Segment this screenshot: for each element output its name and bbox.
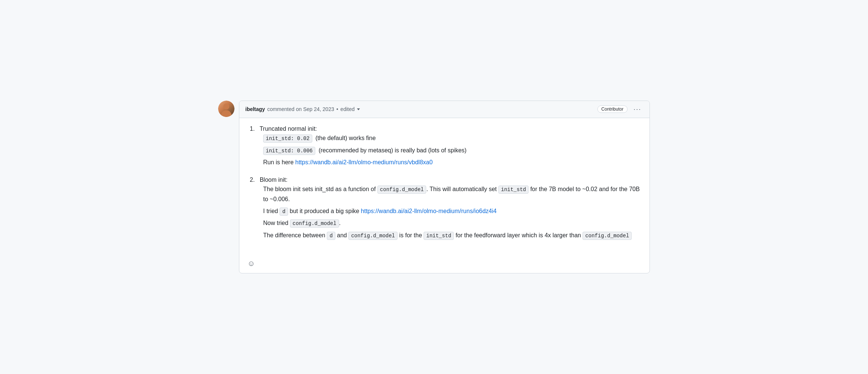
contributor-badge: Contributor xyxy=(597,105,628,113)
section-1-content: init_std: 0.02 (the default) works fine … xyxy=(250,133,642,167)
comment-meta: commented on Sep 24, 2023 xyxy=(267,106,334,112)
code-init-std-0006: init_std: 0.006 xyxy=(263,147,315,155)
section-2-content: The bloom init sets init_std as a functi… xyxy=(250,184,642,240)
line-1-1: init_std: 0.02 (the default) works fine xyxy=(263,133,642,143)
list-item: 1. Truncated normal init: init_std: 0.02… xyxy=(250,124,642,168)
more-options-button[interactable]: ··· xyxy=(631,105,644,114)
code-config-d-model-1: config.d_model xyxy=(377,186,427,194)
smiley-icon: ☺ xyxy=(248,259,255,268)
avatar xyxy=(218,101,234,117)
code-d-1: d xyxy=(280,207,288,216)
line-2-1: The bloom init sets init_std as a functi… xyxy=(263,184,642,204)
list-item: 2. Bloom init: The bloom init sets init_… xyxy=(250,175,642,241)
line-2-2: I tried d but it produced a big spike ht… xyxy=(263,206,642,216)
code-config-d-model-4: config.d_model xyxy=(583,232,632,240)
comment-author[interactable]: ibeltagy xyxy=(245,106,265,112)
comment-footer: ☺ xyxy=(239,254,650,273)
code-d-2: d xyxy=(327,232,335,240)
edited-label: edited xyxy=(341,106,355,112)
code-init-std-auto: init_std xyxy=(498,186,529,194)
sections-list: 1. Truncated normal init: init_std: 0.02… xyxy=(250,124,642,240)
avatar-image xyxy=(218,101,234,117)
comment-box: ibeltagy commented on Sep 24, 2023 • edi… xyxy=(239,101,650,273)
run-link-2[interactable]: https://wandb.ai/ai2-llm/olmo-medium/run… xyxy=(361,208,497,214)
code-config-d-model-2: config.d_model xyxy=(290,219,339,228)
comment-header-left: ibeltagy commented on Sep 24, 2023 • edi… xyxy=(245,106,360,112)
line-1-3: Run is here https://wandb.ai/ai2-llm/olm… xyxy=(263,158,642,167)
code-init-std-diff: init_std xyxy=(424,232,454,240)
section-number: 1. xyxy=(250,126,255,132)
code-config-d-model-3: config.d_model xyxy=(348,232,398,240)
code-init-std-002: init_std: 0.02 xyxy=(263,134,312,143)
line-2-3: Now tried config.d_model. xyxy=(263,218,642,228)
comment-body: 1. Truncated normal init: init_std: 0.02… xyxy=(239,118,650,254)
section-number: 2. xyxy=(250,177,255,183)
comment-wrapper: ibeltagy commented on Sep 24, 2023 • edi… xyxy=(218,101,650,273)
section-1-title: 1. Truncated normal init: xyxy=(250,124,642,134)
line-2-4: The difference between d and config.d_mo… xyxy=(263,231,642,240)
run-link-1[interactable]: https://wandb.ai/ai2-llm/olmo-medium/run… xyxy=(295,159,433,165)
section-2-title: 2. Bloom init: xyxy=(250,175,642,185)
chevron-down-icon xyxy=(357,108,360,110)
comment-header: ibeltagy commented on Sep 24, 2023 • edi… xyxy=(239,101,650,118)
comment-header-right: Contributor ··· xyxy=(597,105,644,114)
line-1-2: init_std: 0.006 (recommended by metaseq)… xyxy=(263,146,642,155)
edited-badge[interactable]: edited xyxy=(341,106,360,112)
emoji-reaction-button[interactable]: ☺ xyxy=(245,257,257,269)
